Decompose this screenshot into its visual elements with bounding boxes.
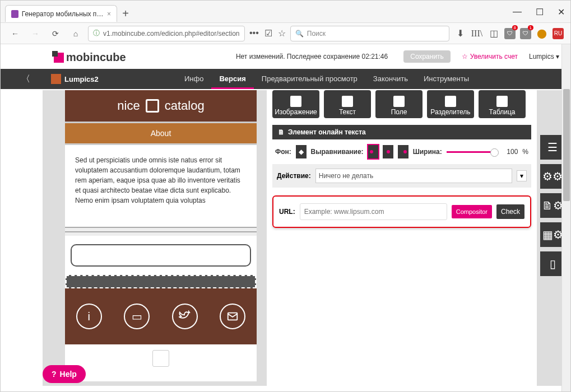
action-row: Действие: Ничего не делать ▾: [272, 164, 531, 188]
lang-badge[interactable]: RU: [553, 28, 564, 39]
sub-nav: 〈 Lumpics2 Инфо Версия Предварительный п…: [1, 69, 570, 89]
align-label: Выравнивание:: [311, 148, 364, 156]
tab-finish[interactable]: Закончить: [365, 69, 416, 89]
favicon: [11, 10, 18, 18]
back-chevron-icon[interactable]: 〈: [1, 73, 51, 85]
preview-device-home: [65, 344, 257, 372]
tab-version[interactable]: Версия: [211, 69, 253, 89]
url-label: URL:: [279, 208, 295, 216]
align-right[interactable]: [398, 145, 408, 158]
preview-lines: [65, 227, 257, 236]
sidebar-icon[interactable]: ◫: [488, 27, 500, 40]
save-button[interactable]: Сохранить: [403, 50, 451, 63]
tool-field[interactable]: Поле: [375, 90, 423, 118]
search-placeholder: Поиск: [307, 30, 326, 38]
close-icon[interactable]: ×: [107, 10, 111, 18]
info-icon[interactable]: i: [76, 304, 102, 329]
extension-adguard[interactable]: 🛡1: [520, 28, 531, 39]
url-input[interactable]: [300, 203, 447, 220]
preview-footer: i ▭: [65, 288, 257, 344]
project-name[interactable]: Lumpics2: [64, 75, 177, 83]
home-button[interactable]: ⌂: [68, 29, 83, 38]
scrollbar-thumb[interactable]: [563, 89, 570, 201]
back-button[interactable]: ←: [7, 29, 23, 38]
user-menu[interactable]: Lumpics ▾: [529, 53, 559, 60]
table-icon: [496, 96, 508, 107]
align-left[interactable]: [368, 145, 379, 158]
options-row: Фон: ◆ Выравнивание: Ширина: 100 %: [272, 139, 531, 164]
preview-selected-element[interactable]: [66, 275, 256, 288]
logo-text: mobincube: [66, 51, 126, 64]
bookmark-icon[interactable]: ☆: [278, 28, 286, 39]
logo[interactable]: mobincube: [54, 51, 126, 64]
preview-text-block[interactable]: Sed ut perspiciatis unde omnis iste natu…: [65, 145, 257, 216]
bg-label: Фон:: [275, 148, 291, 156]
dropdown-icon[interactable]: ▾: [517, 170, 527, 181]
question-icon: ?: [52, 370, 57, 379]
tool-divider[interactable]: Разделитель: [427, 90, 474, 118]
field-icon: [393, 96, 405, 107]
tool-text[interactable]: Текст: [324, 90, 371, 118]
image-icon: [290, 96, 301, 107]
preview-about-bar[interactable]: About: [65, 122, 257, 145]
action-select[interactable]: Ничего не делать: [315, 169, 512, 183]
upgrade-link[interactable]: ☆ Увеличить счет: [462, 53, 518, 60]
help-button[interactable]: ? Help: [43, 365, 86, 383]
preview-logo-icon: [146, 99, 159, 113]
tool-image[interactable]: Изображение: [272, 90, 319, 118]
element-toolbox: Изображение Текст Поле Разделитель Табли…: [272, 90, 531, 118]
url-block: URL: Compositor Check: [272, 195, 531, 228]
reader-icon[interactable]: ☑: [264, 28, 272, 39]
mail-icon[interactable]: [220, 304, 245, 329]
divider-icon: [445, 96, 456, 107]
maximize-button[interactable]: ☐: [536, 7, 544, 17]
properties-panel: Изображение Текст Поле Разделитель Табли…: [267, 90, 537, 386]
bg-picker[interactable]: ◆: [296, 145, 307, 158]
save-status: Нет изменений. Последнее сохранение 02:2…: [236, 53, 388, 60]
panel-heading: 🗎 Элемент онлайн текста: [272, 125, 531, 139]
tab-tools[interactable]: Инструменты: [416, 69, 477, 89]
compositor-button[interactable]: Compositor: [452, 205, 492, 218]
preview-title-right: catalog: [165, 99, 205, 113]
width-value[interactable]: 100: [507, 148, 518, 156]
browser-tab-bar: Генератор мобильных прило × + — ☐ ✕: [1, 1, 570, 23]
twitter-icon[interactable]: [172, 304, 198, 329]
percent-label: %: [522, 148, 528, 156]
text-icon: [342, 96, 353, 107]
preview-title-left: nice: [117, 99, 140, 113]
editor-canvas: nice catalog About Sed ut perspiciatis u…: [43, 90, 565, 386]
preview-header: nice catalog: [65, 90, 257, 122]
search-icon: 🔍: [295, 30, 304, 38]
extension-ublock[interactable]: 🛡8: [504, 28, 516, 39]
width-slider[interactable]: [447, 151, 495, 153]
logo-icon: [54, 53, 64, 63]
browser-tab[interactable]: Генератор мобильных прило ×: [5, 5, 117, 22]
phone-preview[interactable]: nice catalog About Sed ut perspiciatis u…: [65, 90, 257, 381]
project-icon: [51, 74, 61, 84]
online-text-icon: 🗎: [278, 128, 285, 136]
new-tab-button[interactable]: +: [117, 5, 134, 22]
library-icon[interactable]: III\: [471, 27, 483, 40]
book-icon[interactable]: ▭: [124, 304, 150, 329]
reload-button[interactable]: ⟳: [48, 29, 63, 38]
url-field[interactable]: ⓘ v1.mobincube.com/edicion.php#editor/se…: [88, 26, 245, 41]
close-window-button[interactable]: ✕: [558, 7, 565, 17]
tab-info[interactable]: Инфо: [177, 69, 211, 89]
tab-preview[interactable]: Предварительный просмотр: [254, 69, 365, 89]
scrollbar[interactable]: [561, 44, 570, 391]
align-center[interactable]: [383, 145, 393, 158]
url-text: v1.mobincube.com/edicion.php#editor/sect…: [103, 30, 239, 38]
minimize-button[interactable]: —: [513, 7, 522, 17]
info-icon: ⓘ: [93, 29, 100, 38]
search-field[interactable]: 🔍 Поиск: [290, 26, 449, 41]
check-button[interactable]: Check: [496, 204, 524, 219]
tool-table[interactable]: Таблица: [479, 90, 526, 118]
preview-button-element[interactable]: [71, 244, 251, 267]
forward-button[interactable]: →: [27, 29, 43, 38]
address-bar: ← → ⟳ ⌂ ⓘ v1.mobincube.com/edicion.php#e…: [1, 23, 570, 44]
extension-other[interactable]: ⬤: [536, 27, 548, 40]
download-icon[interactable]: ⬇: [454, 27, 466, 40]
width-label: Ширина:: [413, 148, 442, 156]
tab-title: Генератор мобильных прило: [22, 10, 104, 18]
more-icon[interactable]: •••: [249, 28, 259, 39]
